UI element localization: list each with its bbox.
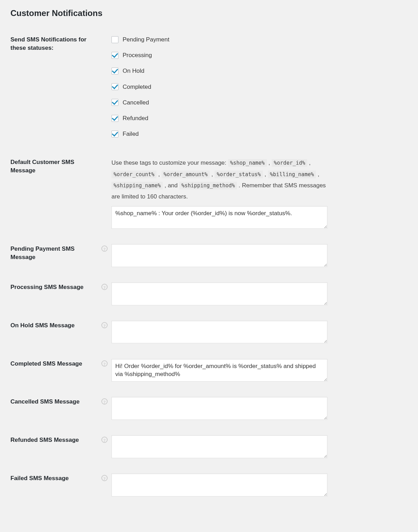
row-default-message: Default Customer SMS Message Use these t… bbox=[10, 151, 408, 238]
help-icon[interactable]: ? bbox=[101, 437, 108, 443]
processing-message-label: Processing SMS Message bbox=[10, 276, 101, 314]
help-icon[interactable]: ? bbox=[101, 284, 108, 290]
status-checkbox-on-hold[interactable] bbox=[111, 68, 118, 75]
status-checkbox-row: On Hold bbox=[111, 66, 404, 76]
default-message-label: Default Customer SMS Message bbox=[10, 151, 101, 238]
help-icon[interactable]: ? bbox=[101, 475, 108, 481]
status-checkbox-row: Pending Payment bbox=[111, 35, 404, 44]
status-checkbox-cancelled[interactable] bbox=[111, 99, 118, 106]
statuses-label: Send SMS Notifications for these statuse… bbox=[10, 29, 101, 151]
template-tag: %shop_name% bbox=[228, 159, 267, 167]
row-refunded-message: Refunded SMS Message? bbox=[10, 429, 408, 467]
completed-message-label: Completed SMS Message bbox=[10, 353, 101, 391]
cancelled-message-label: Cancelled SMS Message bbox=[10, 391, 101, 429]
row-failed-message: Failed SMS Message? bbox=[10, 467, 408, 506]
status-checkbox-label: On Hold bbox=[123, 66, 144, 76]
pending-message-textarea[interactable] bbox=[111, 244, 327, 267]
template-tag: %shipping_name% bbox=[111, 182, 163, 189]
status-checkbox-row: Refunded bbox=[111, 114, 404, 123]
refunded-message-label: Refunded SMS Message bbox=[10, 429, 101, 467]
status-checkbox-completed[interactable] bbox=[111, 83, 118, 90]
status-checkbox-refunded[interactable] bbox=[111, 115, 118, 122]
template-tag: %order_status% bbox=[215, 171, 263, 178]
row-processing-message: Processing SMS Message? bbox=[10, 276, 408, 314]
default-message-textarea[interactable] bbox=[111, 206, 327, 229]
template-tag: %order_id% bbox=[272, 159, 307, 167]
status-checkbox-list: Pending PaymentProcessingOn HoldComplete… bbox=[111, 35, 404, 139]
section-title: Customer Notifications bbox=[10, 8, 408, 18]
status-checkbox-row: Processing bbox=[111, 50, 404, 60]
help-icon[interactable]: ? bbox=[101, 322, 108, 328]
settings-table: Send SMS Notifications for these statuse… bbox=[10, 29, 408, 506]
status-checkbox-label: Cancelled bbox=[123, 98, 149, 107]
failed-message-label: Failed SMS Message bbox=[10, 467, 101, 506]
status-checkbox-failed[interactable] bbox=[111, 131, 118, 138]
onhold-message-textarea[interactable] bbox=[111, 321, 327, 344]
settings-panel: Customer Notifications Send SMS Notifica… bbox=[0, 8, 418, 519]
row-cancelled-message: Cancelled SMS Message? bbox=[10, 391, 408, 429]
help-icon[interactable]: ? bbox=[101, 398, 108, 405]
status-checkbox-label: Completed bbox=[123, 82, 151, 92]
status-checkbox-row: Cancelled bbox=[111, 98, 404, 107]
status-checkbox-label: Processing bbox=[123, 50, 152, 60]
status-checkbox-label: Failed bbox=[123, 129, 139, 139]
failed-message-textarea[interactable] bbox=[111, 474, 327, 496]
status-checkbox-label: Pending Payment bbox=[123, 35, 169, 44]
help-icon[interactable]: ? bbox=[101, 360, 108, 367]
template-tag: %billing_name% bbox=[268, 171, 316, 178]
template-tag: %shipping_method% bbox=[179, 182, 237, 189]
refunded-message-textarea[interactable] bbox=[111, 435, 327, 458]
row-onhold-message: On Hold SMS Message? bbox=[10, 314, 408, 353]
status-checkbox-row: Failed bbox=[111, 129, 404, 139]
default-message-description: Use these tags to customize your message… bbox=[111, 157, 334, 202]
status-checkbox-processing[interactable] bbox=[111, 52, 118, 59]
cancelled-message-textarea[interactable] bbox=[111, 397, 327, 420]
row-completed-message: Completed SMS Message? bbox=[10, 353, 408, 391]
onhold-message-label: On Hold SMS Message bbox=[10, 314, 101, 353]
template-tag: %order_amount% bbox=[162, 171, 210, 178]
row-pending-message: Pending Payment SMS Message? bbox=[10, 238, 408, 276]
completed-message-textarea[interactable] bbox=[111, 359, 327, 382]
status-checkbox-row: Completed bbox=[111, 82, 404, 92]
processing-message-textarea[interactable] bbox=[111, 282, 327, 305]
help-icon[interactable]: ? bbox=[101, 245, 108, 252]
template-tag: %order_count% bbox=[111, 171, 156, 178]
status-checkbox-label: Refunded bbox=[123, 114, 148, 123]
status-checkbox-pending-payment[interactable] bbox=[111, 36, 118, 43]
pending-message-label: Pending Payment SMS Message bbox=[10, 238, 101, 276]
row-statuses: Send SMS Notifications for these statuse… bbox=[10, 29, 408, 151]
